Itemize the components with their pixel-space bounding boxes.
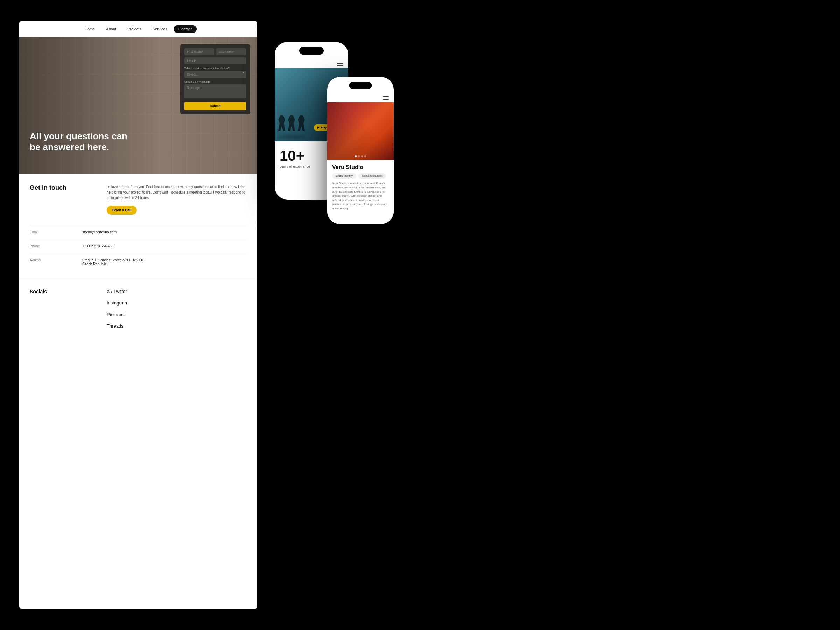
submit-button[interactable]: Submit <box>185 102 246 110</box>
socials-links: X / Twitter Instagram Pinterest Threads <box>107 289 127 328</box>
socials-section: Socials X / Twitter Instagram Pinterest … <box>19 278 257 339</box>
email-input[interactable] <box>185 57 246 65</box>
last-name-input[interactable] <box>216 48 246 55</box>
runner-1 <box>278 115 285 131</box>
email-label: Email <box>30 230 75 234</box>
hamburger-line-3 <box>337 65 343 66</box>
phone2-description: Veru Studio is a modern minimalist Frame… <box>332 181 389 211</box>
dot-4 <box>364 155 366 157</box>
phone2-hamburger-menu[interactable] <box>382 96 389 100</box>
phone-2-device: Veru Studio Brand identity Content creat… <box>327 77 394 224</box>
email-value: stormi@portofino.com <box>82 230 117 234</box>
social-pinterest[interactable]: Pinterest <box>107 312 127 317</box>
socials-title: Socials <box>30 289 100 328</box>
phone2-nav <box>327 94 394 102</box>
first-name-input[interactable] <box>185 48 214 55</box>
phone2-dynamic-island <box>349 82 372 89</box>
contact-address-row: Adress Prague 1, Charles Street 27/11, 1… <box>30 253 247 271</box>
site-nav: Home About Projects Services Contact <box>19 21 257 37</box>
get-in-touch-description: I'd love to hear from you! Feel free to … <box>107 184 247 201</box>
dot-1 <box>355 155 357 157</box>
phone2-title: Veru Studio <box>332 164 389 171</box>
get-in-touch-section: Get in touch I'd love to hear from you! … <box>19 174 257 221</box>
book-call-button[interactable]: Book a Call <box>107 206 137 215</box>
image-dots-indicator <box>355 155 366 157</box>
runners-illustration <box>278 115 305 131</box>
social-instagram[interactable]: Instagram <box>107 300 127 306</box>
phone2-hamburger-line-2 <box>382 98 389 98</box>
phone-value: +1 602 878 554 455 <box>82 244 114 248</box>
dot-3 <box>361 155 363 157</box>
nav-projects[interactable]: Projects <box>123 25 146 33</box>
hamburger-line-1 <box>337 62 343 62</box>
phone1-dynamic-island <box>299 47 324 55</box>
tag-content-creation: Content creation <box>358 173 386 178</box>
hero-headline: All your questions can be answered here. <box>30 131 128 153</box>
runners-shadow <box>278 136 306 138</box>
dot-2 <box>358 155 360 157</box>
phone2-tags: Brand identity Content creation <box>332 173 389 178</box>
play-triangle-icon: ▶ <box>317 126 319 129</box>
message-textarea[interactable] <box>185 84 246 98</box>
tag-brand-identity: Brand identity <box>332 173 356 178</box>
service-select[interactable]: Select... <box>185 71 246 78</box>
get-in-touch-title: Get in touch <box>30 184 100 191</box>
phone2-inner: Veru Studio Brand identity Content creat… <box>327 77 394 224</box>
message-section: Leave us a message <box>185 80 246 102</box>
message-label: Leave us a message <box>185 80 246 83</box>
phone2-hamburger-line-1 <box>382 96 389 96</box>
hamburger-menu[interactable] <box>337 62 343 66</box>
address-label: Adress <box>30 258 75 266</box>
phone2-body: Veru Studio Brand identity Content creat… <box>327 160 394 215</box>
phones-panel: ▶ Play Showreel 10+ years of experience <box>257 0 840 630</box>
runner-2 <box>288 115 295 131</box>
website-panel: Home About Projects Services Contact All… <box>19 21 257 609</box>
phone-label: Phone <box>30 244 75 248</box>
contact-phone-row: Phone +1 602 878 554 455 <box>30 239 247 253</box>
social-twitter[interactable]: X / Twitter <box>107 289 127 294</box>
phone2-content: Veru Studio Brand identity Content creat… <box>327 77 394 224</box>
nav-about[interactable]: About <box>101 25 121 33</box>
git-right: I'd love to hear from you! Feel free to … <box>107 184 247 215</box>
address-value: Prague 1, Charles Street 27/11, 182 00Cz… <box>82 258 143 266</box>
contact-details-section: Email stormi@portofino.com Phone +1 602 … <box>19 221 257 278</box>
hero-section: All your questions can be answered here.… <box>19 37 257 174</box>
contact-email-row: Email stormi@portofino.com <box>30 225 247 239</box>
nav-home[interactable]: Home <box>80 25 100 33</box>
contact-form: Which service are you interested in? Sel… <box>180 44 250 114</box>
social-threads[interactable]: Threads <box>107 324 127 328</box>
phone1-nav <box>275 60 348 68</box>
phone2-hamburger-line-3 <box>382 99 389 100</box>
nav-contact[interactable]: Contact <box>174 25 197 33</box>
phone2-image-overlay <box>327 102 394 160</box>
phone2-hero-image <box>327 102 394 160</box>
git-left: Get in touch <box>30 184 100 215</box>
service-label: Which service are you interested in? <box>185 66 246 69</box>
hamburger-line-2 <box>337 63 343 64</box>
nav-services[interactable]: Services <box>148 25 172 33</box>
runner-3 <box>298 115 305 131</box>
service-select-wrapper: Which service are you interested in? Sel… <box>185 66 246 78</box>
